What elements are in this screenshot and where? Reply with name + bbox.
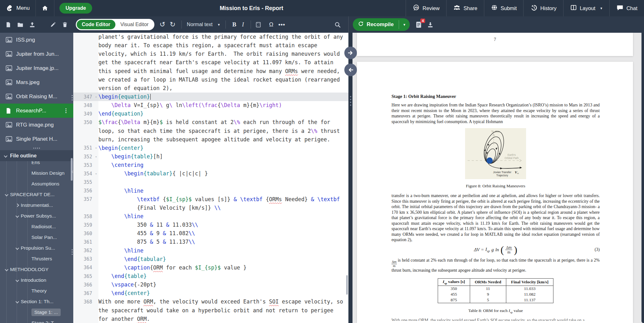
code-line[interactable]: 351▾\begin{center} xyxy=(73,144,348,152)
code-editor-tab[interactable]: Code Editor xyxy=(77,20,115,29)
fold-arrow-icon[interactable]: ▾ xyxy=(94,95,98,99)
italic-button[interactable]: I xyxy=(242,21,244,28)
rename-pencil-icon[interactable] xyxy=(49,21,57,28)
delete-trash-icon[interactable] xyxy=(61,21,69,28)
code-line[interactable]: 357 \textbf {$I_{sp}$ values [s]} & \tex… xyxy=(73,195,348,204)
outline-item[interactable]: Stage 2: T... xyxy=(0,318,73,323)
code-line[interactable]: loop, so that each time the spacecraft i… xyxy=(73,127,348,135)
share-button[interactable]: Share xyxy=(446,0,484,16)
visual-editor-tab[interactable]: Visual Editor xyxy=(115,20,154,29)
search-icon[interactable] xyxy=(334,21,341,28)
code-line[interactable]: body near it. To escape this region, a s… xyxy=(73,41,348,50)
file-item[interactable]: Orbit Raising M... xyxy=(0,89,73,104)
code-line[interactable]: 358 \hline xyxy=(73,212,348,221)
outline-item[interactable]: Section 1: Th... xyxy=(0,296,73,307)
file-menu-kebab-icon[interactable]: ⋮ xyxy=(62,107,70,114)
code-line[interactable]: 368With one more ORM, the velocity would… xyxy=(73,298,348,306)
code-line[interactable]: the spacecraft would take on a hyperboli… xyxy=(73,306,348,315)
outline-item[interactable]: Eris xyxy=(0,161,73,168)
file-item[interactable]: ResearchP...⋮ xyxy=(0,104,73,118)
outline-item[interactable]: Thrusters xyxy=(0,253,73,264)
outline-item[interactable]: Solar Pan... xyxy=(0,232,73,243)
upload-icon[interactable] xyxy=(28,21,36,28)
editor-pdf-divider[interactable] xyxy=(348,33,353,323)
code-line[interactable]: 347▾\begin{equation} xyxy=(73,93,348,101)
chevron-down-icon[interactable] xyxy=(4,193,9,196)
download-pdf-icon[interactable] xyxy=(427,21,434,28)
file-item[interactable]: RTG image.png xyxy=(0,118,73,132)
insert-symbol-omega-icon[interactable]: Ω xyxy=(269,21,273,28)
upgrade-button[interactable]: Upgrade xyxy=(59,3,92,14)
code-line[interactable]: 367 \end{center} xyxy=(73,289,348,298)
pdf-preview[interactable]: 7 Stage 1: Orbit Raising Maneuver Here w… xyxy=(353,33,644,323)
outline-item[interactable]: Assumptions xyxy=(0,178,73,189)
outline-item[interactable]: Introduction xyxy=(0,275,73,286)
undo-icon[interactable]: ↺ xyxy=(159,21,165,28)
file-item[interactable]: Mars.jpeg xyxy=(0,75,73,89)
code-line[interactable]: 356 \hline xyxy=(73,187,348,195)
code-line[interactable]: 360 455 & 9 & 11.082\\ xyxy=(73,229,348,238)
code-line[interactable]: burn, increasing the subsequent apogee a… xyxy=(73,135,348,144)
history-button[interactable]: History xyxy=(523,0,563,16)
outline-item[interactable]: Stage 1: ... xyxy=(0,307,73,318)
file-item[interactable]: Single Planet H... xyxy=(0,132,73,146)
code-line[interactable]: {Final Velocity [km/s]} \\ xyxy=(73,204,348,212)
fold-arrow-icon[interactable]: ▾ xyxy=(94,146,98,150)
code-line[interactable]: we created a for loop in MATLAB using th… xyxy=(73,76,348,84)
code-line[interactable]: 364 \caption{ORM for each $I_{sp}$ value… xyxy=(73,264,348,272)
outline-item[interactable]: Power Subsys... xyxy=(0,211,73,221)
insert-math-icon[interactable]: +×÷− xyxy=(255,21,262,28)
editor-scrollbar[interactable] xyxy=(346,275,348,295)
code-line[interactable]: 350$\frac{\Delta m}{m}$ is held constant… xyxy=(73,118,348,127)
sync-to-code-button[interactable] xyxy=(344,64,357,76)
code-line[interactable]: 363 \end{tabular} xyxy=(73,255,348,264)
code-line[interactable]: get the spacecraft near Earth's escape v… xyxy=(73,58,348,67)
outline-item[interactable]: Propulsion Su... xyxy=(0,243,73,253)
code-line[interactable]: for another ORM. xyxy=(73,315,348,323)
logs-button[interactable]: 4 xyxy=(415,21,422,28)
bold-button[interactable]: B xyxy=(232,21,236,28)
chevron-down-icon[interactable] xyxy=(4,268,9,271)
code-line[interactable]: 359 350 & 11 & 11.033\\ xyxy=(73,221,348,229)
file-item[interactable]: Jupiter Image.jp... xyxy=(0,61,73,75)
new-file-icon[interactable] xyxy=(4,21,12,28)
panel-edge-handle[interactable] xyxy=(72,95,73,100)
outline-item[interactable]: SPACECRAFT DE... xyxy=(0,189,73,200)
review-button[interactable]: Ab Review xyxy=(406,0,446,16)
code-line[interactable]: 361 875 & 5 & 11.137\\ xyxy=(73,238,348,246)
outline-item[interactable]: Mission Design xyxy=(0,168,73,178)
panel-resize-handle[interactable] xyxy=(0,146,73,150)
code-line[interactable]: 353 \centering xyxy=(73,161,348,169)
chevron-down-icon[interactable] xyxy=(14,215,20,217)
menu-button[interactable]: Menu xyxy=(0,0,36,16)
fold-arrow-icon[interactable]: ▾ xyxy=(94,172,98,175)
chevron-down-icon[interactable] xyxy=(14,279,20,281)
outline-item[interactable]: Instrumentati... xyxy=(0,200,73,211)
code-editor[interactable]: planet's gravitational force is the prim… xyxy=(73,33,348,323)
sync-to-pdf-button[interactable] xyxy=(344,47,357,59)
new-folder-icon[interactable] xyxy=(16,21,24,28)
code-line[interactable]: this speed with minimal fuel usage and d… xyxy=(73,67,348,76)
file-outline-header[interactable]: File outline xyxy=(0,150,73,161)
code-line[interactable]: 354▾ \begin{tabular}{ |c|c|c| } xyxy=(73,169,348,178)
chevron-right-icon[interactable] xyxy=(14,204,20,207)
outline-item[interactable]: Theory xyxy=(0,286,73,296)
chevron-down-icon[interactable] xyxy=(14,247,20,249)
code-line[interactable]: 365 \end{table} xyxy=(73,272,348,280)
code-line[interactable]: 348 \Delta V=I_{sp}\ g\ ln\left(\frac{\D… xyxy=(73,101,348,110)
file-item[interactable]: ISS.png xyxy=(0,33,73,47)
code-line[interactable]: 352▾ \begin{table}[h] xyxy=(73,152,348,161)
code-line[interactable]: 349\end{equation} xyxy=(73,110,348,118)
more-tools-icon[interactable]: ••• xyxy=(278,21,285,28)
divider-drag-handle[interactable] xyxy=(350,96,351,106)
outline-item[interactable]: Radioisot... xyxy=(0,221,73,232)
redo-icon[interactable]: ↻ xyxy=(170,21,175,28)
home-button[interactable] xyxy=(36,0,54,16)
code-line[interactable]: 355 xyxy=(73,178,348,186)
code-line[interactable]: 366 \vspace{-20pt} xyxy=(73,280,348,289)
chevron-down-icon[interactable] xyxy=(14,300,20,303)
chat-button[interactable]: Chat xyxy=(609,0,644,16)
code-line[interactable]: 362 \hline xyxy=(73,246,348,255)
paragraph-style-dropdown[interactable]: Normal text ▼ xyxy=(186,22,222,27)
recompile-button[interactable]: Recompile xyxy=(353,18,399,31)
